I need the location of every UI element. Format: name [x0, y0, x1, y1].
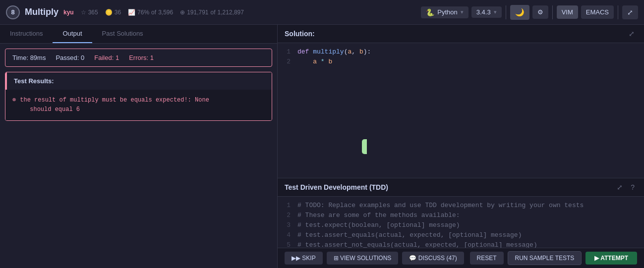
coins-count: 36 — [115, 9, 121, 16]
editor-header: Solution: ⤢ — [278, 25, 644, 43]
passed-value: Passed: 0 — [56, 54, 84, 61]
tabs-bar: Instructions Output Past Solutions — [0, 25, 277, 44]
errors-value: Errors: 1 — [129, 54, 154, 61]
line-num-1: 1 — [278, 48, 297, 55]
editor-actions: ⤢ — [626, 29, 637, 39]
rank-icon: ⊕ — [180, 9, 185, 16]
emacs-button[interactable]: EMACS — [581, 5, 614, 19]
lang-chevron-icon: ▾ — [461, 9, 464, 15]
coins-item: 🪙 36 — [105, 9, 121, 16]
action-bar-right: RESET RUN SAMPLE TESTS ▶ ATTEMPT — [470, 251, 638, 265]
tdd-actions: ⤢ ? — [614, 182, 637, 192]
test-results-header: Test Results: — [5, 72, 272, 90]
tdd-line-num-5: 5 — [278, 241, 297, 248]
test-error-item: ⊗ the result of multiply must be equals … — [12, 96, 265, 114]
attempt-button[interactable]: ▶ ATTEMPT — [585, 252, 637, 265]
skip-button[interactable]: ▶▶ SKIP — [285, 252, 323, 265]
tdd-line-content-4: # test.assert_equals(actual, expected, [… — [297, 231, 644, 239]
version-value: 3.4.3 — [476, 8, 491, 16]
failed-value: Failed: 1 — [94, 54, 119, 61]
tdd-line-5: 5 # test.assert_not_equals(actual, expec… — [278, 241, 644, 248]
left-panel: Instructions Output Past Solutions Time:… — [0, 25, 278, 268]
line-content-2: a * b — [297, 58, 644, 65]
tdd-line-4: 4 # test.assert_equals(actual, expected,… — [278, 231, 644, 241]
fullscreen-tdd-button[interactable]: ⤢ — [614, 182, 625, 192]
tdd-title: Test Driven Development (TDD) — [285, 183, 388, 191]
dark-mode-button[interactable]: 🌙 — [510, 5, 529, 20]
fullscreen-solution-button[interactable]: ⤢ — [626, 29, 637, 39]
solution-editor: Solution: ⤢ 1 def multiply(a, b): 2 a * … — [278, 25, 644, 178]
tdd-line-content-1: # TODO: Replace examples and use TDD dev… — [297, 202, 644, 209]
star-icon: ☆ — [81, 9, 86, 16]
action-bar: ▶▶ SKIP ⊞ VIEW SOLUTIONS 💬 DISCUSS (47) … — [278, 248, 644, 268]
run-sample-tests-button[interactable]: RUN SAMPLE TESTS — [508, 251, 582, 265]
green-indicator — [362, 139, 367, 154]
tdd-line-num-2: 2 — [278, 212, 297, 219]
tdd-code-area[interactable]: 1 # TODO: Replace examples and use TDD d… — [278, 197, 644, 248]
tdd-line-content-2: # These are some of the methods availabl… — [297, 212, 644, 219]
separator-1 — [506, 5, 506, 19]
version-selector[interactable]: 3.4.3 ▾ — [471, 6, 502, 18]
tdd-line-num-3: 3 — [278, 221, 297, 229]
completion-percent: 76% — [137, 9, 149, 16]
username: kyu — [63, 9, 74, 16]
code-editor[interactable]: 1 def multiply(a, b): 2 a * b — [278, 43, 644, 178]
kata-badge: 8 — [6, 5, 20, 19]
username-item: kyu — [63, 9, 74, 16]
tdd-header: Test Driven Development (TDD) ⤢ ? — [278, 178, 644, 197]
tab-instructions[interactable]: Instructions — [0, 25, 53, 43]
test-results-body: ⊗ the result of multiply must be equals … — [5, 90, 272, 120]
separator-3 — [618, 5, 618, 19]
test-summary: Time: 89ms Passed: 0 Failed: 1 Errors: 1 — [5, 49, 272, 67]
language-name: Python — [437, 8, 457, 16]
python-icon: 🐍 — [426, 8, 434, 16]
stars-item: ☆ 365 — [81, 9, 98, 16]
vim-button[interactable]: VIM — [557, 5, 578, 19]
settings-button[interactable]: ⚙ — [532, 5, 548, 19]
rank-current: 191,791 — [187, 9, 208, 16]
completion-icon: 📈 — [128, 9, 135, 16]
code-line-2: 2 a * b — [278, 58, 644, 68]
line-num-2: 2 — [278, 58, 297, 65]
code-line-1: 1 def multiply(a, b): — [278, 48, 644, 58]
rank-total: 1,212,897 — [218, 9, 244, 16]
help-tdd-button[interactable]: ? — [628, 182, 637, 192]
solution-title: Solution: — [285, 30, 315, 38]
header-meta: kyu ☆ 365 🪙 36 📈 76% of 3,596 ⊕ 191,791 … — [63, 9, 244, 16]
tdd-line-num-1: 1 — [278, 202, 297, 209]
header-left: 8 Multiply kyu ☆ 365 🪙 36 📈 76% of 3,596… — [6, 5, 244, 19]
tdd-section: Test Driven Development (TDD) ⤢ ? 1 # TO… — [278, 178, 644, 268]
discuss-button[interactable]: 💬 DISCUSS (47) — [402, 252, 464, 265]
main-layout: Instructions Output Past Solutions Time:… — [0, 25, 644, 268]
right-panel: Solution: ⤢ 1 def multiply(a, b): 2 a * … — [278, 25, 644, 268]
tdd-line-1: 1 # TODO: Replace examples and use TDD d… — [278, 202, 644, 212]
rank-item: ⊕ 191,791 of 1,212,897 — [180, 9, 244, 16]
tab-output[interactable]: Output — [53, 25, 92, 43]
top-header: 8 Multiply kyu ☆ 365 🪙 36 📈 76% of 3,596… — [0, 0, 644, 25]
output-panel: Time: 89ms Passed: 0 Failed: 1 Errors: 1… — [0, 44, 277, 268]
line-content-1: def multiply(a, b): — [297, 48, 644, 55]
kata-title: Multiply — [25, 7, 59, 17]
error-circle-icon: ⊗ — [12, 96, 16, 104]
completion-total: 3,596 — [158, 9, 173, 16]
fullscreen-button[interactable]: ⤢ — [622, 5, 638, 19]
language-selector[interactable]: 🐍 Python ▾ — [421, 6, 468, 18]
header-right: 🐍 Python ▾ 3.4.3 ▾ 🌙 ⚙ VIM EMACS ⤢ — [421, 5, 638, 20]
stars-count: 365 — [88, 9, 98, 16]
reset-button[interactable]: RESET — [470, 252, 504, 265]
coin-icon: 🪙 — [105, 9, 113, 16]
tab-past-solutions[interactable]: Past Solutions — [92, 25, 153, 43]
tdd-line-content-3: # test.expect(boolean, [optional] messag… — [297, 221, 644, 229]
tdd-line-content-5: # test.assert_not_equals(actual, expecte… — [297, 241, 644, 248]
version-chevron-icon: ▾ — [494, 9, 497, 15]
time-value: Time: 89ms — [12, 54, 46, 61]
completion-item: 📈 76% of 3,596 — [128, 9, 173, 16]
test-results-label: Test Results: — [14, 77, 54, 85]
view-solutions-button[interactable]: ⊞ VIEW SOLUTIONS — [327, 252, 399, 265]
separator-2 — [552, 5, 553, 19]
tdd-line-num-4: 4 — [278, 231, 297, 239]
action-bar-left: ▶▶ SKIP ⊞ VIEW SOLUTIONS 💬 DISCUSS (47) — [285, 252, 464, 265]
tdd-line-3: 3 # test.expect(boolean, [optional] mess… — [278, 221, 644, 231]
test-results-section: Test Results: ⊗ the result of multiply m… — [5, 72, 272, 121]
error-text: the result of multiply must be equals ex… — [20, 96, 209, 114]
